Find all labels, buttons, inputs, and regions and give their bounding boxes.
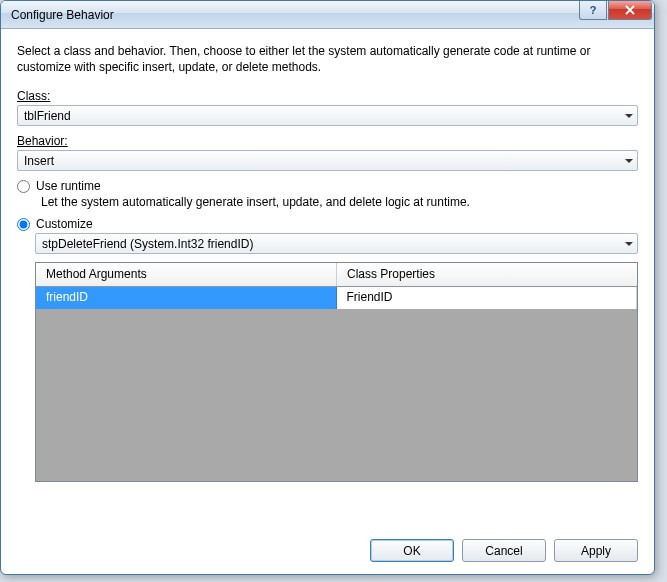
ok-button[interactable]: OK <box>370 539 454 562</box>
chevron-down-icon <box>625 114 633 118</box>
close-button[interactable] <box>608 1 652 20</box>
customize-label: Customize <box>36 217 93 231</box>
chevron-down-icon <box>625 242 633 246</box>
class-dropdown-value: tblFriend <box>24 109 71 123</box>
cancel-button-label: Cancel <box>485 544 522 558</box>
grid-cell-property: FriendID <box>337 287 638 309</box>
window-title: Configure Behavior <box>11 8 579 22</box>
ok-button-label: OK <box>403 544 420 558</box>
customize-block: stpDeleteFriend (System.Int32 friendID) <box>35 233 638 254</box>
procedure-dropdown[interactable]: stpDeleteFriend (System.Int32 friendID) <box>35 233 638 254</box>
arguments-grid[interactable]: Method Arguments Class Properties friend… <box>35 262 638 482</box>
behavior-dropdown-value: Insert <box>24 154 54 168</box>
grid-cell-argument: friendID <box>36 287 337 309</box>
apply-button-label: Apply <box>581 544 611 558</box>
customize-row: Customize <box>17 217 638 231</box>
close-icon <box>624 5 636 15</box>
use-runtime-row: Use runtime <box>17 179 638 193</box>
dialog-button-row: OK Cancel Apply <box>1 527 654 574</box>
class-dropdown[interactable]: tblFriend <box>17 105 638 126</box>
use-runtime-label: Use runtime <box>36 179 101 193</box>
customize-radio[interactable] <box>17 218 30 231</box>
behavior-dropdown[interactable]: Insert <box>17 150 638 171</box>
titlebar-buttons: ? <box>579 1 654 28</box>
instructions-text: Select a class and behavior. Then, choos… <box>17 43 638 75</box>
cancel-button[interactable]: Cancel <box>462 539 546 562</box>
grid-header-method-arguments[interactable]: Method Arguments <box>36 263 337 286</box>
apply-button[interactable]: Apply <box>554 539 638 562</box>
help-icon: ? <box>590 4 597 16</box>
use-runtime-radio[interactable] <box>17 180 30 193</box>
use-runtime-description: Let the system automatically generate in… <box>41 195 638 209</box>
chevron-down-icon <box>625 159 633 163</box>
procedure-dropdown-value: stpDeleteFriend (System.Int32 friendID) <box>42 237 253 251</box>
dialog-content: Select a class and behavior. Then, choos… <box>1 29 654 492</box>
help-button[interactable]: ? <box>579 1 607 20</box>
grid-header-class-properties[interactable]: Class Properties <box>337 263 637 286</box>
grid-body: friendID FriendID <box>36 287 637 481</box>
behavior-label: Behavior: <box>17 134 638 148</box>
grid-row[interactable]: friendID FriendID <box>36 287 637 309</box>
grid-header: Method Arguments Class Properties <box>36 263 637 287</box>
class-label: Class: <box>17 89 638 103</box>
titlebar: Configure Behavior ? <box>1 1 654 29</box>
dialog-window: Configure Behavior ? Select a class and … <box>0 0 655 575</box>
